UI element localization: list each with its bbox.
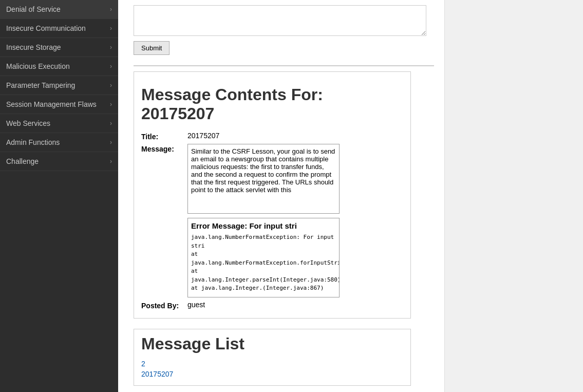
message-list-item-2[interactable]: 2 <box>141 360 403 368</box>
sidebar-item-label: Malicious Execution <box>6 62 70 70</box>
message-label: Message: <box>141 144 187 297</box>
chevron-right-icon: › <box>110 120 112 127</box>
message-contents-title: Message Contents For: 20175207 <box>141 85 403 123</box>
sidebar-item-web-services[interactable]: Web Services › <box>0 114 118 133</box>
main-content: Submit Message Contents For: 20175207 Ti… <box>118 0 444 392</box>
message-row: Message: Similar to the CSRF Lesson, you… <box>141 144 403 297</box>
posted-by-label: Posted By: <box>141 301 187 310</box>
message-body-text: Similar to the CSRF Lesson, your goal is… <box>191 147 335 194</box>
message-list-item-20175207[interactable]: 20175207 <box>141 370 403 378</box>
title-value: 20175207 <box>187 132 219 141</box>
message-frames: Similar to the CSRF Lesson, your goal is… <box>187 144 340 297</box>
title-row: Title: 20175207 <box>141 132 403 141</box>
sidebar-item-malicious-execution[interactable]: Malicious Execution › <box>0 57 118 76</box>
sidebar-item-label: Session Management Flaws <box>6 100 97 108</box>
message-text-frame[interactable]: Similar to the CSRF Lesson, your goal is… <box>187 144 340 214</box>
error-line-1: java.lang.NumberFormatException: For inp… <box>191 233 336 250</box>
posted-by-value: guest <box>187 301 205 310</box>
content-area: Submit Message Contents For: 20175207 Ti… <box>118 0 444 392</box>
chevron-right-icon: › <box>110 63 112 70</box>
sidebar-item-label: Admin Functions <box>6 138 60 146</box>
sidebar-item-label: Insecure Storage <box>6 43 61 51</box>
chevron-right-icon: › <box>110 139 112 146</box>
submit-button[interactable]: Submit <box>134 41 170 55</box>
sidebar-item-admin-functions[interactable]: Admin Functions › <box>0 133 118 152</box>
sidebar-item-session-management-flaws[interactable]: Session Management Flaws › <box>0 95 118 114</box>
sidebar-item-insecure-storage[interactable]: Insecure Storage › <box>0 38 118 57</box>
chevron-right-icon: › <box>110 6 112 13</box>
top-form: Submit <box>134 5 434 55</box>
sidebar-item-parameter-tampering[interactable]: Parameter Tampering › <box>0 76 118 95</box>
right-panel <box>444 0 583 392</box>
sidebar: Denial of Service › Insecure Communicati… <box>0 0 118 392</box>
error-stack: java.lang.NumberFormatException: For inp… <box>191 233 336 293</box>
chevron-right-icon: › <box>110 158 112 165</box>
message-contents-section: Message Contents For: 20175207 Title: 20… <box>134 71 411 319</box>
sidebar-item-label: Denial of Service <box>6 5 61 13</box>
title-label: Title: <box>141 132 187 141</box>
error-line-2: at java.lang.NumberFormatException.forIn… <box>191 250 336 267</box>
message-list-section: Message List 2 20175207 <box>134 329 411 386</box>
posted-by-row: Posted By: guest <box>141 301 403 310</box>
error-frame-inner: Error Message: For input stri java.lang.… <box>188 218 339 296</box>
sidebar-item-label: Insecure Communication <box>6 24 86 32</box>
error-line-3: at java.lang.Integer.parseInt(Integer.ja… <box>191 267 336 284</box>
message-list-title: Message List <box>141 334 403 353</box>
message-text-inner: Similar to the CSRF Lesson, your goal is… <box>188 144 339 197</box>
top-form-section: Submit <box>134 5 434 66</box>
error-title: Error Message: For input stri <box>191 221 336 230</box>
chevron-right-icon: › <box>110 82 112 89</box>
sidebar-item-label: Web Services <box>6 119 50 127</box>
sidebar-item-challenge[interactable]: Challenge › <box>0 152 118 171</box>
sidebar-item-label: Parameter Tampering <box>6 81 75 89</box>
sidebar-item-denial-of-service[interactable]: Denial of Service › <box>0 0 118 19</box>
chevron-right-icon: › <box>110 101 112 108</box>
message-input[interactable] <box>134 5 426 36</box>
error-frame[interactable]: Error Message: For input stri java.lang.… <box>187 218 340 297</box>
sidebar-item-label: Challenge <box>6 157 39 165</box>
chevron-right-icon: › <box>110 44 112 51</box>
sidebar-item-insecure-communication[interactable]: Insecure Communication › <box>0 19 118 38</box>
error-line-4: at java.lang.Integer.(Integer.java:867) <box>191 284 336 293</box>
chevron-right-icon: › <box>110 25 112 32</box>
